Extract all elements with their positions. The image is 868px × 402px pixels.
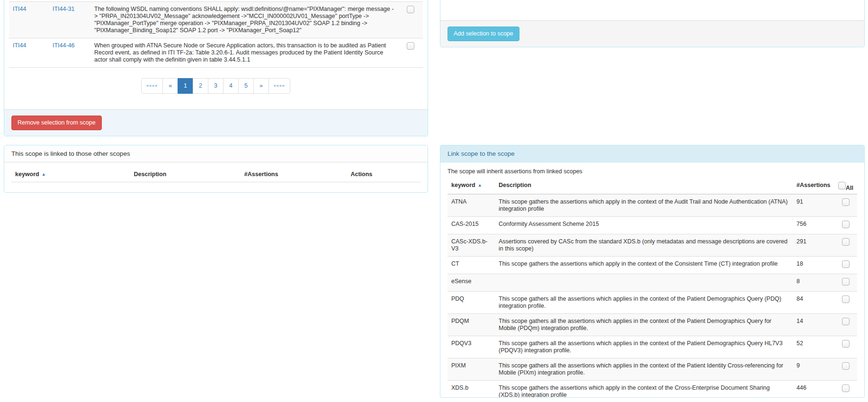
scopes-header-row: keyword▲ Description #Assertions All xyxy=(447,179,857,194)
pagination-item[interactable]: «««« xyxy=(141,78,163,94)
scope-assertion-count: 84 xyxy=(793,292,834,314)
scope-row-checkbox[interactable] xyxy=(842,198,850,206)
pagination-item[interactable]: »»»» xyxy=(268,78,290,94)
inherit-note: The scope will inherit assertions from l… xyxy=(447,168,857,175)
pagination-wrap: «««««12345»»»»» xyxy=(9,78,423,94)
scope-assertion-count: 446 xyxy=(793,381,834,398)
select-all-checkbox[interactable] xyxy=(838,182,846,189)
scope-description: This scope gathers all the assertions wh… xyxy=(495,336,793,358)
scope-assertion-count: 91 xyxy=(793,194,834,217)
scopes-keyword-header-label: keyword xyxy=(451,182,475,188)
scope-row: CASc-XDS.b-V3Assertions covered by CASc … xyxy=(447,234,857,257)
scope-row-checkbox[interactable] xyxy=(842,260,850,268)
scope-row: PIXMThis scope gathers all the assertion… xyxy=(447,358,857,381)
scopes-table: keyword▲ Description #Assertions All ATN… xyxy=(447,179,857,398)
profile-link[interactable]: ITI44 xyxy=(13,6,27,12)
scope-row-checkbox[interactable] xyxy=(842,238,850,246)
scope-row: PDQMThis scope gathers all the assertion… xyxy=(447,314,857,336)
scope-description xyxy=(495,274,793,292)
linked-scopes-panel: This scope is linked to those other scop… xyxy=(4,145,428,193)
scopes-all-header: All xyxy=(834,179,857,194)
scope-assertions-footer: Remove selection from scope xyxy=(4,109,428,136)
scope-row: ATNAThis scope gathers the assertions wh… xyxy=(447,194,857,217)
link-scope-title: Link scope to the scope xyxy=(440,145,864,162)
scope-keyword: PIXM xyxy=(447,358,495,381)
scope-description: This scope gathers the assertions which … xyxy=(495,194,793,217)
remove-selection-button[interactable]: Remove selection from scope xyxy=(11,116,102,130)
scope-row: CTThis scope gathers the assertions whic… xyxy=(447,257,857,274)
add-selection-button[interactable]: Add selection to scope xyxy=(447,27,519,41)
scope-row: XDS.bThis scope gathers the assertions w… xyxy=(447,381,857,398)
scope-keyword: ATNA xyxy=(447,194,495,217)
scope-row-checkbox[interactable] xyxy=(842,318,850,325)
scope-row-checkbox[interactable] xyxy=(842,362,850,370)
pagination-item[interactable]: « xyxy=(162,78,178,94)
scope-keyword: PDQV3 xyxy=(447,336,495,358)
scope-row: CAS-2015Conformity Assessment Scheme 201… xyxy=(447,217,857,234)
linked-scopes-title: This scope is linked to those other scop… xyxy=(4,145,428,162)
scope-keyword: CT xyxy=(447,257,495,274)
scope-assertion-count: 18 xyxy=(793,257,834,274)
scope-row-checkbox[interactable] xyxy=(842,340,850,348)
scope-row: PDQV3This scope gathers all the assertio… xyxy=(447,336,857,358)
scope-assertion-count: 291 xyxy=(793,234,834,257)
link-scope-panel: Link scope to the scope The scope will i… xyxy=(440,145,865,398)
sort-asc-icon: ▲ xyxy=(42,172,46,177)
pagination-item[interactable]: 4 xyxy=(223,78,239,94)
linked-keyword-header[interactable]: keyword▲ xyxy=(11,166,130,182)
scope-assertions-panel: ITI44ITI44-31The following WSDL naming c… xyxy=(4,0,428,136)
pagination-item[interactable]: 3 xyxy=(208,78,224,94)
scope-description: This scope gathers all the assertions wh… xyxy=(495,314,793,336)
scope-row-checkbox[interactable] xyxy=(842,221,850,228)
assertions-table-body: ITI44ITI44-31The following WSDL naming c… xyxy=(9,2,423,68)
assertion-row-checkbox[interactable] xyxy=(407,42,414,50)
pagination-item[interactable]: 2 xyxy=(193,78,208,94)
scope-description: Assertions covered by CASc from the stan… xyxy=(495,234,793,257)
scope-row-checkbox[interactable] xyxy=(842,278,850,286)
pagination: «««««12345»»»»» xyxy=(142,78,290,94)
scope-description: This scope gathers the assertions which … xyxy=(495,381,793,398)
scope-assertion-count: 8 xyxy=(793,274,834,292)
scope-assertion-count: 756 xyxy=(793,217,834,234)
sort-asc-icon: ▲ xyxy=(478,183,482,188)
scopes-table-body: ATNAThis scope gathers the assertions wh… xyxy=(447,194,857,398)
pagination-item[interactable]: 5 xyxy=(238,78,254,94)
linked-scopes-header-row: keyword▲ Description #Assertions Actions xyxy=(11,166,421,182)
scopes-keyword-header[interactable]: keyword▲ xyxy=(447,179,495,194)
assertion-text: When grouped with ATNA Secure Node or Se… xyxy=(90,38,398,68)
scope-keyword: CASc-XDS.b-V3 xyxy=(447,234,495,257)
scope-assertion-count: 14 xyxy=(793,314,834,336)
scope-keyword: PDQM xyxy=(447,314,495,336)
scope-keyword: eSense xyxy=(447,274,495,292)
scope-description: This scope gathers all the assertions wh… xyxy=(495,358,793,381)
add-selection-footer: Add selection to scope xyxy=(440,20,864,47)
assertion-text: The following WSDL naming conventions SH… xyxy=(90,2,398,38)
assertion-id-link[interactable]: ITI44-46 xyxy=(53,42,75,49)
assertion-row-checkbox[interactable] xyxy=(407,6,414,13)
scope-row-checkbox[interactable] xyxy=(842,295,850,303)
scope-keyword: PDQ xyxy=(447,292,495,314)
scope-keyword: XDS.b xyxy=(447,381,495,398)
link-scope-body: The scope will inherit assertions from l… xyxy=(440,162,864,398)
scope-keyword: CAS-2015 xyxy=(447,217,495,234)
scope-description: Conformity Assessment Scheme 2015 xyxy=(495,217,793,234)
select-all-label: All xyxy=(846,185,853,191)
linked-keyword-header-label: keyword xyxy=(15,171,39,178)
scope-description: This scope gathers all the assertions wh… xyxy=(495,292,793,314)
scope-row: PDQThis scope gathers all the assertions… xyxy=(447,292,857,314)
assertion-row: ITI44ITI44-46When grouped with ATNA Secu… xyxy=(9,38,423,68)
scope-assertions-body: ITI44ITI44-31The following WSDL naming c… xyxy=(4,0,428,94)
scope-assertions-table: ITI44ITI44-31The following WSDL naming c… xyxy=(9,1,423,68)
pagination-item[interactable]: 1 xyxy=(178,78,193,94)
profile-link[interactable]: ITI44 xyxy=(13,42,27,49)
scope-row-checkbox[interactable] xyxy=(842,384,850,392)
scopes-description-header[interactable]: Description xyxy=(495,179,793,194)
scope-assertion-count: 52 xyxy=(793,336,834,358)
scopes-assertions-header[interactable]: #Assertions xyxy=(793,179,834,194)
linked-scopes-table: keyword▲ Description #Assertions Actions xyxy=(11,166,421,182)
assertion-row: ITI44ITI44-31The following WSDL naming c… xyxy=(9,2,423,38)
linked-description-header[interactable]: Description xyxy=(130,166,241,182)
pagination-item[interactable]: » xyxy=(253,78,269,94)
assertion-id-link[interactable]: ITI44-31 xyxy=(53,6,75,12)
linked-assertions-header[interactable]: #Assertions xyxy=(241,166,347,182)
